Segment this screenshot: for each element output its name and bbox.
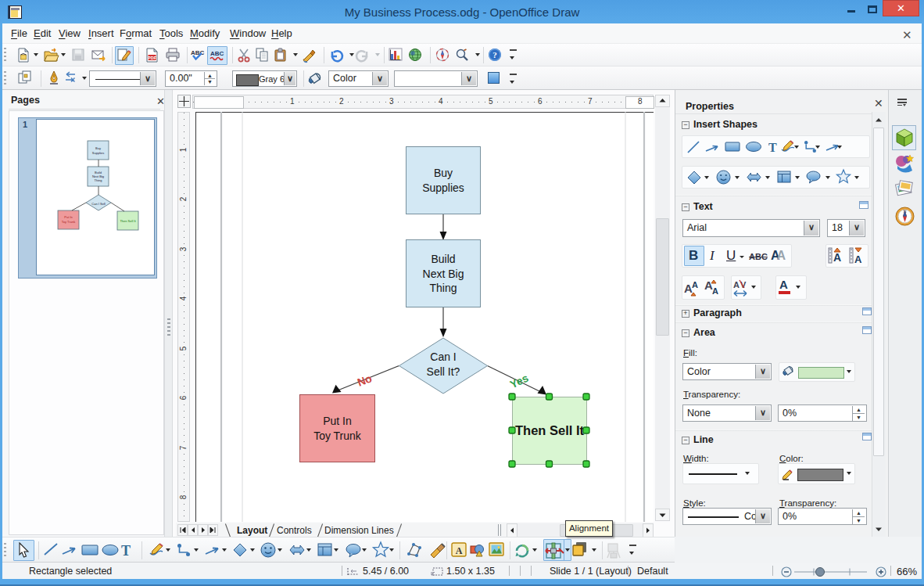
svg-text:Toy Trunk: Toy Trunk — [62, 220, 75, 224]
svg-text:T: T — [121, 543, 131, 559]
svg-text:ABC: ABC — [191, 49, 205, 56]
svg-text:Buy: Buy — [95, 146, 101, 150]
svg-text:A: A — [692, 280, 698, 289]
svg-text:Thing: Thing — [94, 178, 102, 182]
svg-text:Supplies: Supplies — [92, 151, 104, 155]
svg-text:PDF: PDF — [148, 56, 157, 60]
svg-text:A: A — [833, 251, 841, 264]
svg-text:V: V — [740, 280, 747, 289]
svg-text:ABC: ABC — [210, 50, 224, 57]
svg-text:A: A — [712, 286, 718, 296]
svg-text:?: ? — [492, 50, 497, 59]
svg-text:A: A — [733, 280, 740, 289]
svg-text:N: N — [904, 209, 907, 214]
svg-text:Put In: Put In — [64, 215, 72, 219]
svg-text:T: T — [768, 141, 777, 154]
svg-text:A: A — [854, 253, 862, 265]
svg-text:Then Sell It: Then Sell It — [120, 219, 136, 223]
svg-text:A: A — [456, 545, 463, 556]
svg-text:Can I Sell: Can I Sell — [91, 202, 105, 206]
